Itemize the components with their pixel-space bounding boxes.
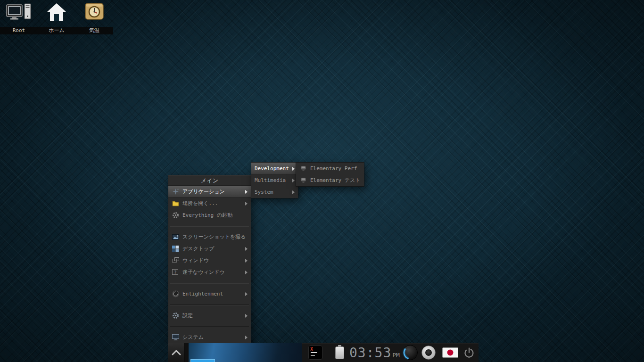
menu-item-label: システム bbox=[182, 334, 204, 341]
applications-submenu: Development Multimedia System bbox=[251, 162, 298, 198]
mixer-knob[interactable] bbox=[421, 346, 436, 360]
menu-item-system[interactable]: システム bbox=[168, 331, 251, 343]
desktop-mosaic-icon bbox=[172, 245, 179, 253]
svg-text:?: ? bbox=[174, 270, 176, 275]
submenu-item-system-category[interactable]: System bbox=[251, 186, 298, 198]
submenu-item-elementary-perf[interactable]: Elementary Perf bbox=[296, 163, 364, 174]
lost-windows-icon: ? bbox=[172, 269, 179, 276]
main-menu-title: メイン bbox=[168, 175, 251, 186]
menu-separator bbox=[168, 321, 251, 331]
submenu-arrow-icon bbox=[245, 247, 248, 251]
menu-separator bbox=[168, 221, 251, 231]
submenu-arrow-icon bbox=[245, 336, 248, 339]
menu-item-label: 場所を開く... bbox=[182, 200, 218, 207]
desktop-icons: Root ホーム 気温 bbox=[0, 0, 113, 34]
submenu-arrow-icon bbox=[245, 271, 248, 274]
screenshot-icon bbox=[172, 233, 179, 241]
menu-item-label: ウィンドウ bbox=[182, 257, 209, 264]
volume-level-arc-icon bbox=[403, 345, 418, 360]
submenu-arrow-icon bbox=[245, 314, 248, 318]
home-icon bbox=[46, 3, 67, 24]
menu-item-label: デスクトップ bbox=[182, 245, 215, 252]
submenu-arrow-icon bbox=[292, 179, 295, 182]
submenu-arrow-icon bbox=[245, 259, 248, 263]
applications-icon bbox=[172, 188, 179, 196]
main-menu: メイン アプリケーション 場所を開く... Everything の起動 bbox=[168, 175, 251, 344]
menu-item-windows[interactable]: ウィンドウ bbox=[168, 255, 251, 266]
computer-icon bbox=[6, 3, 32, 25]
menu-item-lost-windows[interactable]: ? 迷子なウィンドウ bbox=[168, 266, 251, 278]
shelf-gadgets: X 03:53 PM bbox=[302, 343, 479, 362]
menu-item-desktop[interactable]: デスクトップ bbox=[168, 243, 251, 255]
clock-meridiem: PM bbox=[392, 352, 400, 359]
keyboard-layout-jp-flag[interactable] bbox=[442, 347, 458, 358]
menu-separator bbox=[168, 300, 251, 310]
desktop: Root ホーム 気温 bbox=[0, 0, 644, 362]
menu-item-label: Elementary Perf bbox=[310, 165, 357, 172]
desktop-icon-label: ホーム bbox=[38, 27, 75, 34]
folder-icon bbox=[172, 200, 179, 207]
desktop-icon-root[interactable]: Root bbox=[0, 0, 38, 34]
battery-indicator[interactable] bbox=[335, 346, 344, 359]
menu-item-open-places[interactable]: 場所を開く... bbox=[168, 197, 251, 209]
desktop-icon-label: 気温 bbox=[75, 27, 113, 34]
menu-item-applications[interactable]: アプリケーション bbox=[168, 186, 251, 197]
menu-item-label: スクリーンショットを撮る bbox=[182, 233, 246, 240]
menu-item-run-everything[interactable]: Everything の起動 bbox=[168, 209, 251, 221]
menu-item-label: Enlightenment bbox=[182, 291, 223, 297]
power-icon bbox=[463, 346, 475, 359]
volume-knob[interactable] bbox=[403, 345, 418, 360]
xterm-window-icon[interactable]: X bbox=[308, 346, 322, 360]
submenu-arrow-icon bbox=[292, 167, 295, 171]
menu-item-settings[interactable]: 設定 bbox=[168, 310, 251, 321]
menu-item-label: System bbox=[255, 189, 273, 195]
clock-time: 03:53 bbox=[349, 345, 391, 361]
menu-item-label: 迷子なウィンドウ bbox=[182, 269, 225, 276]
desktop-icon-label: Root bbox=[0, 27, 38, 34]
submenu-arrow-icon bbox=[245, 292, 248, 296]
elementary-app-icon bbox=[299, 165, 307, 173]
shelf-spacer bbox=[185, 343, 189, 362]
submenu-item-multimedia[interactable]: Multimedia bbox=[251, 174, 298, 186]
submenu-arrow-icon bbox=[245, 202, 248, 206]
menu-item-label: 設定 bbox=[182, 312, 193, 319]
submenu-item-development[interactable]: Development bbox=[251, 163, 298, 174]
menu-separator bbox=[168, 278, 251, 288]
chevron-up-icon bbox=[170, 348, 182, 357]
pager-window-thumbnail[interactable] bbox=[190, 359, 215, 362]
submenu-arrow-icon bbox=[245, 190, 248, 194]
submenu-item-elementary-test[interactable]: Elementary テスト bbox=[296, 174, 364, 186]
menu-item-enlightenment[interactable]: Enlightenment bbox=[168, 288, 251, 300]
shelf-autohide-button[interactable] bbox=[168, 343, 185, 362]
desktop-icon-temperature[interactable]: 気温 bbox=[75, 0, 113, 34]
menu-item-label: Multimedia bbox=[255, 177, 286, 183]
system-monitor-icon bbox=[172, 334, 179, 341]
desktop-icon-home[interactable]: ホーム bbox=[38, 0, 75, 34]
development-submenu: Elementary Perf Elementary テスト bbox=[296, 162, 364, 187]
submenu-arrow-icon bbox=[292, 190, 295, 194]
windows-icon bbox=[172, 257, 179, 264]
menu-item-take-screenshot[interactable]: スクリーンショットを撮る bbox=[168, 231, 251, 243]
menu-item-label: Everything の起動 bbox=[182, 212, 232, 219]
bottom-shelf: X 03:53 PM bbox=[168, 343, 479, 362]
settings-gear-icon bbox=[172, 312, 179, 320]
elementary-app-icon bbox=[299, 177, 307, 184]
everything-gear-icon bbox=[172, 212, 179, 219]
desktop-pager[interactable] bbox=[189, 343, 302, 362]
menu-item-label: Development bbox=[255, 165, 289, 172]
menu-item-label: アプリケーション bbox=[182, 188, 225, 195]
power-button[interactable] bbox=[463, 346, 475, 359]
menu-item-label: Elementary テスト bbox=[310, 177, 361, 184]
enlightenment-icon bbox=[172, 290, 179, 298]
clock-gadget[interactable]: 03:53 PM bbox=[349, 345, 400, 361]
temperature-gauge-icon bbox=[85, 3, 104, 23]
